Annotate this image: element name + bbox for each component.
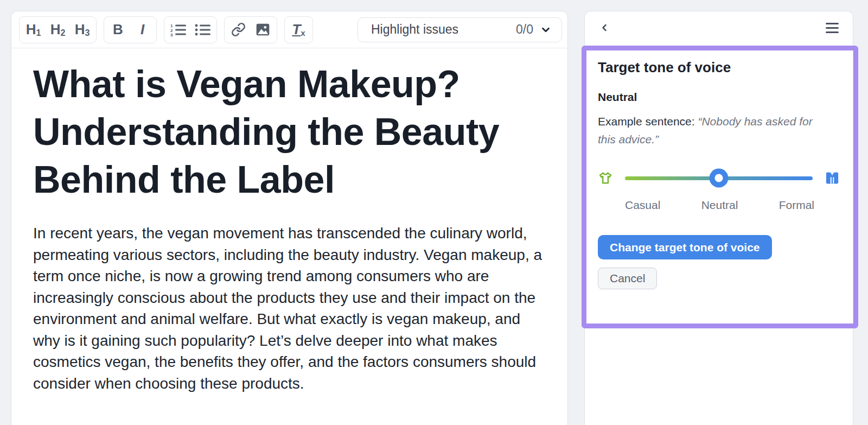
current-tone-value: Neutral bbox=[598, 91, 840, 104]
link-button[interactable] bbox=[226, 18, 251, 42]
heading-2-label: H bbox=[50, 21, 61, 38]
chevron-left-icon bbox=[599, 21, 610, 34]
clear-formatting-button[interactable]: Tx bbox=[286, 18, 311, 42]
ordered-list-icon: 1 2 3 bbox=[170, 23, 187, 37]
back-button[interactable] bbox=[599, 21, 610, 34]
clear-formatting-sub: x bbox=[301, 28, 305, 37]
heading-3-sub: 3 bbox=[85, 28, 90, 38]
heading-2-button[interactable]: H2 bbox=[46, 18, 70, 42]
tone-slider-row bbox=[598, 170, 840, 186]
tone-slider-thumb[interactable] bbox=[710, 169, 729, 188]
formal-shirt-icon bbox=[825, 170, 840, 186]
bullet-list-button[interactable] bbox=[190, 18, 215, 42]
media-button-group bbox=[224, 16, 277, 43]
heading-1-sub: 1 bbox=[36, 28, 41, 38]
ordered-list-button[interactable]: 1 2 3 bbox=[166, 18, 190, 42]
change-tone-button[interactable]: Change target tone of voice bbox=[598, 235, 772, 259]
heading-2-sub: 2 bbox=[60, 28, 65, 38]
editor-panel: H1 H2 H3 B I 1 2 3 bbox=[11, 11, 568, 425]
slider-label-formal[interactable]: Formal bbox=[779, 199, 814, 212]
hamburger-icon bbox=[826, 23, 839, 24]
side-panel-header bbox=[585, 11, 853, 44]
clear-format-button-group: Tx bbox=[284, 16, 313, 43]
tshirt-casual-icon bbox=[598, 170, 613, 186]
bold-button[interactable]: B bbox=[106, 18, 130, 42]
highlight-issues-label: Highlight issues bbox=[371, 22, 458, 37]
italic-button[interactable]: I bbox=[130, 18, 155, 42]
tone-slider-labels: Casual Neutral Formal bbox=[625, 199, 814, 212]
bold-label: B bbox=[113, 21, 123, 38]
cancel-button[interactable]: Cancel bbox=[598, 268, 657, 289]
issues-count-badge: 0/0 bbox=[516, 22, 533, 37]
menu-button[interactable] bbox=[826, 23, 839, 33]
highlight-issues-dropdown[interactable]: Highlight issues 0/0 bbox=[358, 17, 562, 42]
document-paragraph[interactable]: In recent years, the vegan movement has … bbox=[33, 223, 546, 394]
insert-image-button[interactable] bbox=[251, 18, 275, 42]
text-style-button-group: B I bbox=[104, 16, 157, 43]
heading-button-group: H1 H2 H3 bbox=[19, 16, 97, 43]
svg-text:3: 3 bbox=[170, 33, 173, 37]
editor-toolbar: H1 H2 H3 B I 1 2 3 bbox=[11, 11, 567, 48]
example-sentence-label: Example sentence: bbox=[598, 115, 698, 128]
clear-formatting-label: T bbox=[292, 21, 301, 38]
heading-1-button[interactable]: H1 bbox=[21, 18, 46, 42]
slider-label-neutral[interactable]: Neutral bbox=[701, 199, 738, 212]
heading-3-label: H bbox=[75, 21, 85, 38]
image-icon bbox=[256, 22, 270, 37]
link-icon bbox=[231, 22, 246, 37]
bullet-list-icon bbox=[195, 23, 211, 37]
chevron-down-icon bbox=[540, 24, 552, 36]
document-editor-area[interactable]: What is Vegan Makeup? Understanding the … bbox=[11, 48, 567, 394]
list-button-group: 1 2 3 bbox=[164, 16, 217, 43]
tone-section-title: Target tone of voice bbox=[598, 59, 840, 76]
tone-of-voice-panel: Target tone of voice Neutral Example sen… bbox=[584, 11, 853, 425]
document-title[interactable]: What is Vegan Makeup? Understanding the … bbox=[33, 60, 532, 204]
tone-slider-track[interactable] bbox=[625, 176, 813, 180]
heading-3-button[interactable]: H3 bbox=[70, 18, 94, 42]
italic-label: I bbox=[141, 21, 144, 38]
example-sentence: Example sentence: “Nobody has asked for … bbox=[598, 112, 832, 148]
slider-label-casual[interactable]: Casual bbox=[625, 199, 660, 212]
target-tone-section: Target tone of voice Neutral Example sen… bbox=[585, 44, 853, 289]
heading-1-label: H bbox=[26, 21, 36, 38]
